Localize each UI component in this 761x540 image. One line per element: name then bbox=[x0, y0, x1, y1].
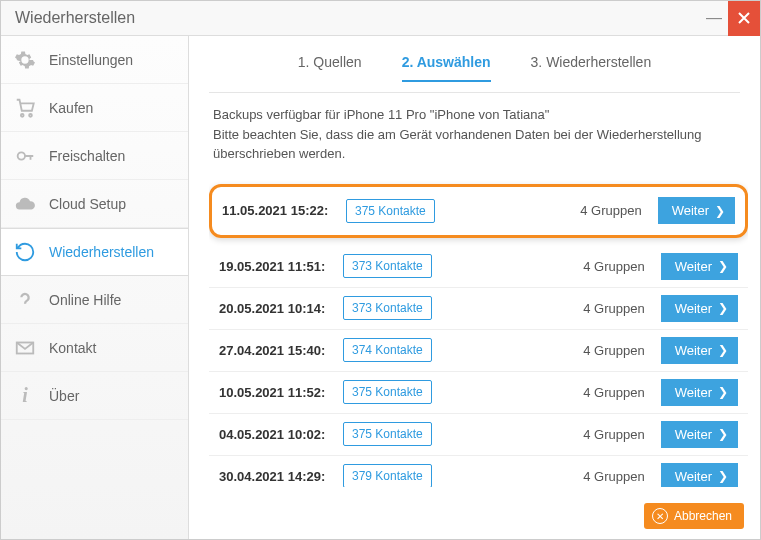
help-icon bbox=[13, 288, 37, 312]
intro-text: Backups verfügbar für iPhone 11 Pro "iPh… bbox=[189, 93, 760, 172]
weiter-button[interactable]: Weiter ❯ bbox=[661, 337, 738, 364]
backup-date: 11.05.2021 15:22: bbox=[222, 203, 340, 218]
contacts-badge[interactable]: 373 Kontakte bbox=[343, 254, 432, 278]
backup-row[interactable]: 11.05.2021 15:22:375 Kontakte4 GruppenWe… bbox=[209, 184, 748, 238]
contacts-badge[interactable]: 375 Kontakte bbox=[346, 199, 435, 223]
chevron-right-icon: ❯ bbox=[718, 469, 728, 483]
backup-date: 27.04.2021 15:40: bbox=[219, 343, 337, 358]
weiter-button[interactable]: Weiter ❯ bbox=[661, 295, 738, 322]
sidebar-item-label: Kontakt bbox=[49, 340, 96, 356]
gear-icon bbox=[13, 48, 37, 72]
mail-icon bbox=[13, 336, 37, 360]
contacts-badge[interactable]: 375 Kontakte bbox=[343, 380, 432, 404]
window-title: Wiederherstellen bbox=[15, 9, 700, 27]
weiter-button[interactable]: Weiter ❯ bbox=[661, 421, 738, 448]
info-icon: i bbox=[13, 384, 37, 408]
sidebar-item-label: Cloud Setup bbox=[49, 196, 126, 212]
tab-wiederherstellen[interactable]: 3. Wiederherstellen bbox=[531, 54, 652, 82]
sidebar-item-kaufen[interactable]: Kaufen bbox=[1, 84, 188, 132]
sidebar-item-online-hilfe[interactable]: Online Hilfe bbox=[1, 276, 188, 324]
svg-point-1 bbox=[29, 113, 32, 116]
backup-list[interactable]: 11.05.2021 15:22:375 Kontakte4 GruppenWe… bbox=[209, 180, 748, 488]
groups-count: 4 Gruppen bbox=[583, 301, 644, 316]
backup-date: 10.05.2021 11:52: bbox=[219, 385, 337, 400]
contacts-badge[interactable]: 374 Kontakte bbox=[343, 338, 432, 362]
sidebar-item-ueber[interactable]: i Über bbox=[1, 372, 188, 420]
backup-date: 19.05.2021 11:51: bbox=[219, 259, 337, 274]
groups-count: 4 Gruppen bbox=[583, 427, 644, 442]
backup-date: 04.05.2021 10:02: bbox=[219, 427, 337, 442]
backup-row[interactable]: 19.05.2021 11:51:373 Kontakte4 GruppenWe… bbox=[209, 246, 748, 288]
restore-icon bbox=[13, 240, 37, 264]
weiter-button[interactable]: Weiter ❯ bbox=[661, 253, 738, 280]
tab-quellen[interactable]: 1. Quellen bbox=[298, 54, 362, 82]
chevron-right-icon: ❯ bbox=[718, 427, 728, 441]
sidebar-item-kontakt[interactable]: Kontakt bbox=[1, 324, 188, 372]
sidebar: Einstellungen Kaufen Freischalten Cloud … bbox=[1, 36, 189, 539]
sidebar-item-label: Einstellungen bbox=[49, 52, 133, 68]
backup-date: 20.05.2021 10:14: bbox=[219, 301, 337, 316]
svg-point-2 bbox=[18, 152, 25, 159]
minimize-button[interactable]: — bbox=[700, 1, 728, 36]
chevron-right-icon: ❯ bbox=[715, 204, 725, 218]
cancel-button[interactable]: ✕ Abbrechen bbox=[644, 503, 744, 529]
cart-icon bbox=[13, 96, 37, 120]
intro-line1: Backups verfügbar für iPhone 11 Pro "iPh… bbox=[213, 105, 736, 125]
groups-count: 4 Gruppen bbox=[583, 343, 644, 358]
chevron-right-icon: ❯ bbox=[718, 259, 728, 273]
groups-count: 4 Gruppen bbox=[583, 259, 644, 274]
contacts-badge[interactable]: 373 Kontakte bbox=[343, 296, 432, 320]
weiter-button[interactable]: Weiter ❯ bbox=[661, 463, 738, 488]
sidebar-item-einstellungen[interactable]: Einstellungen bbox=[1, 36, 188, 84]
cancel-icon: ✕ bbox=[652, 508, 668, 524]
sidebar-item-label: Freischalten bbox=[49, 148, 125, 164]
sidebar-item-label: Über bbox=[49, 388, 79, 404]
groups-count: 4 Gruppen bbox=[580, 203, 641, 218]
titlebar: Wiederherstellen — bbox=[1, 1, 760, 36]
key-icon bbox=[13, 144, 37, 168]
intro-line2: Bitte beachten Sie, dass die am Gerät vo… bbox=[213, 125, 736, 164]
cloud-icon bbox=[13, 192, 37, 216]
footer: ✕ Abbrechen bbox=[189, 495, 760, 539]
weiter-button[interactable]: Weiter ❯ bbox=[661, 379, 738, 406]
content-area: 1. Quellen 2. Auswählen 3. Wiederherstel… bbox=[189, 36, 760, 539]
tab-auswaehlen[interactable]: 2. Auswählen bbox=[402, 54, 491, 82]
chevron-right-icon: ❯ bbox=[718, 301, 728, 315]
backup-row[interactable]: 04.05.2021 10:02:375 Kontakte4 GruppenWe… bbox=[209, 414, 748, 456]
contacts-badge[interactable]: 379 Kontakte bbox=[343, 464, 432, 487]
sidebar-item-label: Kaufen bbox=[49, 100, 93, 116]
sidebar-item-wiederherstellen[interactable]: Wiederherstellen bbox=[1, 228, 188, 276]
backup-row[interactable]: 10.05.2021 11:52:375 Kontakte4 GruppenWe… bbox=[209, 372, 748, 414]
chevron-right-icon: ❯ bbox=[718, 343, 728, 357]
sidebar-item-freischalten[interactable]: Freischalten bbox=[1, 132, 188, 180]
contacts-badge[interactable]: 375 Kontakte bbox=[343, 422, 432, 446]
close-icon bbox=[738, 12, 750, 24]
groups-count: 4 Gruppen bbox=[583, 469, 644, 484]
sidebar-item-cloud-setup[interactable]: Cloud Setup bbox=[1, 180, 188, 228]
backup-row[interactable]: 27.04.2021 15:40:374 Kontakte4 GruppenWe… bbox=[209, 330, 748, 372]
weiter-button[interactable]: Weiter ❯ bbox=[658, 197, 735, 224]
wizard-tabs: 1. Quellen 2. Auswählen 3. Wiederherstel… bbox=[209, 36, 740, 93]
backup-row[interactable]: 20.05.2021 10:14:373 Kontakte4 GruppenWe… bbox=[209, 288, 748, 330]
sidebar-item-label: Wiederherstellen bbox=[49, 244, 154, 260]
backup-date: 30.04.2021 14:29: bbox=[219, 469, 337, 484]
chevron-right-icon: ❯ bbox=[718, 385, 728, 399]
sidebar-item-label: Online Hilfe bbox=[49, 292, 121, 308]
backup-row[interactable]: 30.04.2021 14:29:379 Kontakte4 GruppenWe… bbox=[209, 456, 748, 488]
close-button[interactable] bbox=[728, 1, 760, 36]
svg-point-0 bbox=[21, 113, 24, 116]
cancel-label: Abbrechen bbox=[674, 509, 732, 523]
groups-count: 4 Gruppen bbox=[583, 385, 644, 400]
